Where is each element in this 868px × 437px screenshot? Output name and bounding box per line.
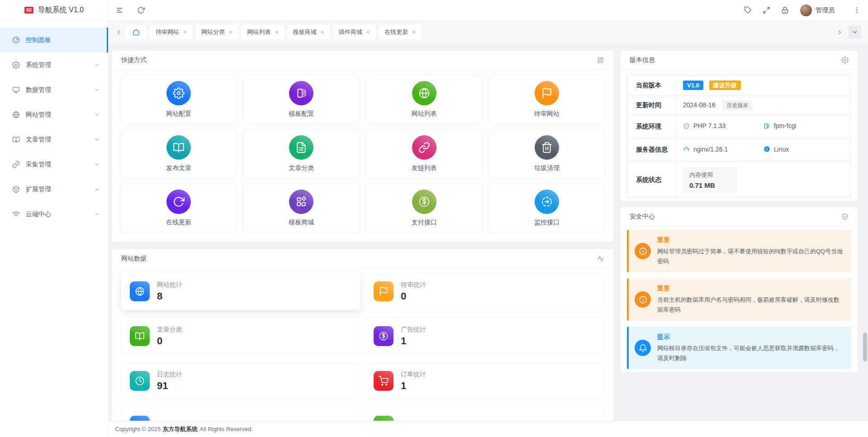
security-center-header: 安全中心: [621, 207, 858, 226]
sidebar-item-cloud[interactable]: 云端中心: [0, 202, 108, 227]
shortcut-site-list[interactable]: 网站列表: [367, 76, 482, 123]
tab-label: 网站分类: [201, 28, 225, 36]
sidebar-item-collect[interactable]: 采集管理: [0, 152, 108, 177]
sidebar-item-label: 数据管理: [26, 86, 51, 94]
alert-title: 重要: [657, 236, 844, 244]
gear-icon[interactable]: [841, 57, 849, 64]
menu-collapse-icon[interactable]: [116, 6, 123, 14]
stat-log-count[interactable]: 日志统计91: [121, 362, 360, 399]
tab-online-update[interactable]: 在线更新 ×: [379, 25, 421, 39]
server-os: Linux: [774, 146, 789, 153]
close-icon[interactable]: ×: [366, 29, 370, 35]
activity-icon[interactable]: [597, 255, 604, 262]
security-center-title: 安全中心: [630, 213, 655, 221]
memory-value: 0.71 MB: [689, 181, 731, 189]
tab-template-store[interactable]: 模板商城 ×: [288, 25, 330, 39]
server-software: nginx/1.26.1: [693, 146, 728, 153]
stat-pending-count[interactable]: 待审统计0: [365, 273, 604, 310]
version-table: 当前版本 V1.0 建议升级 更新时间 2024-08-16 历史版本 系统环境…: [627, 75, 851, 198]
tab-home[interactable]: [126, 25, 147, 39]
sidebar-item-label: 系统管理: [26, 61, 51, 69]
version-info-title: 版本信息: [630, 56, 655, 64]
tabbar: 待审网站 × 网站分类 × 网站列表 × 模板商城 × 插件商城 × 在线更新 …: [109, 21, 868, 43]
chevron-down-icon: [94, 62, 100, 68]
sidebar-item-system[interactable]: 系统管理: [0, 52, 108, 77]
stat-article-category[interactable]: 文章分类0: [121, 318, 360, 355]
chevron-down-icon: [94, 87, 100, 93]
close-icon[interactable]: ×: [275, 29, 278, 35]
tabs-menu-button[interactable]: [849, 26, 861, 38]
sidebar-item-label: 文章管理: [26, 136, 51, 144]
shortcut-article-category[interactable]: 文章分类: [244, 130, 359, 177]
shortcut-template-store[interactable]: 模板商城: [244, 185, 359, 232]
chevron-down-icon: [94, 186, 100, 192]
shortcuts-grid: 网站配置 模板配置 网站列表 待审网站 发布文章 文章分类 友链列表 垃圾清理: [112, 70, 613, 238]
shortcut-template-config[interactable]: 模板配置: [244, 76, 359, 123]
version-row-label: 更新时间: [628, 95, 677, 115]
upgrade-badge[interactable]: 建议升级: [709, 81, 741, 90]
sidebar-item-label: 采集管理: [26, 161, 51, 169]
tab-label: 模板商城: [293, 28, 317, 36]
user-menu[interactable]: 管理员: [800, 4, 842, 17]
rights-text: All Rights Reserved.: [199, 426, 253, 432]
tag-icon[interactable]: [744, 6, 752, 14]
chevron-down-icon: [94, 112, 100, 118]
stat-label: 广告统计: [401, 326, 426, 333]
gear-icon: [173, 87, 185, 99]
history-version-badge[interactable]: 历史版本: [723, 100, 753, 110]
fullscreen-icon[interactable]: [763, 6, 770, 14]
tab-site-list[interactable]: 网站列表 ×: [242, 25, 284, 39]
sidebar-item-extension[interactable]: 扩展管理: [0, 177, 108, 202]
refresh-icon: [173, 196, 185, 208]
shortcut-label: 友链列表: [412, 164, 437, 172]
lock-icon[interactable]: [781, 6, 789, 14]
close-icon[interactable]: ×: [321, 29, 324, 35]
shortcut-label: 模板商城: [289, 218, 314, 227]
stat-value: 1: [401, 380, 426, 392]
php-icon: [683, 123, 690, 129]
sidebar-item-data[interactable]: 数据管理: [0, 77, 108, 102]
stat-order-count[interactable]: 订单统计1: [365, 362, 604, 399]
close-icon[interactable]: ×: [229, 29, 232, 35]
copyright-text: Copyright © 2025: [115, 426, 161, 432]
tabs-scroll-right-icon[interactable]: [836, 29, 843, 36]
more-menu-icon[interactable]: [853, 6, 861, 14]
shortcuts-header: 快捷方式: [112, 51, 613, 70]
shortcut-trash-clean[interactable]: 垃圾清理: [489, 130, 604, 177]
security-center-card: 安全中心 重要 网站管理员密码过于简单，请不要使用较短的纯数字或自己的QQ号当做…: [621, 207, 858, 372]
site-data-grid: 网站统计8 待审统计0 文章分类0 广告统计1 日志统计91 订单统计1 站点浏…: [112, 268, 613, 437]
sidebar-item-dashboard[interactable]: 控制面板: [0, 28, 108, 52]
tab-site-category[interactable]: 网站分类 ×: [196, 25, 238, 39]
shortcut-monitor-api[interactable]: 监控接口: [489, 185, 604, 232]
shield-check-icon[interactable]: [841, 213, 849, 220]
bell-icon: [635, 340, 651, 356]
close-icon[interactable]: ×: [183, 29, 187, 35]
stat-ad-count[interactable]: 广告统计1: [365, 318, 604, 355]
grid-plus-icon[interactable]: [597, 57, 604, 64]
sidebar-item-label: 云端中心: [26, 210, 51, 218]
shortcut-online-update[interactable]: 在线更新: [121, 185, 236, 232]
shortcut-publish-article[interactable]: 发布文章: [121, 130, 236, 177]
memory-usage-box: 内存使用 0.71 MB: [683, 167, 737, 193]
fcgi-mode: fpm-fcgi: [774, 122, 797, 129]
shortcut-pending-sites[interactable]: 待审网站: [489, 76, 604, 123]
tabs-scroll-left-icon[interactable]: [115, 29, 122, 36]
tab-pending-sites[interactable]: 待审网站 ×: [150, 25, 192, 39]
shortcut-friend-links[interactable]: 友链列表: [367, 130, 482, 177]
memory-label: 内存使用: [689, 171, 731, 179]
tab-label: 网站列表: [247, 28, 270, 36]
stat-site-count[interactable]: 网站统计8: [121, 273, 360, 310]
scrollbar-thumb[interactable]: [863, 332, 867, 361]
alert-text: 网站根目录存在压缩包文件，可能会被人恶意获取并泄露数据库密码，请及时删除: [657, 343, 844, 363]
sidebar-item-site[interactable]: 网站管理: [0, 102, 108, 127]
close-icon[interactable]: ×: [412, 29, 416, 35]
shortcut-payment-api[interactable]: 支付接口: [367, 185, 482, 232]
stat-label: 日志统计: [157, 370, 182, 378]
file-text-icon: [295, 142, 307, 153]
tab-plugin-store[interactable]: 插件商城 ×: [333, 25, 375, 39]
sidebar-item-label: 扩展管理: [26, 185, 51, 194]
version-row-label: 系统环境: [628, 115, 677, 138]
sidebar-item-article[interactable]: 文章管理: [0, 127, 108, 152]
shortcut-site-config[interactable]: 网站配置: [121, 76, 236, 123]
refresh-icon[interactable]: [137, 6, 145, 14]
